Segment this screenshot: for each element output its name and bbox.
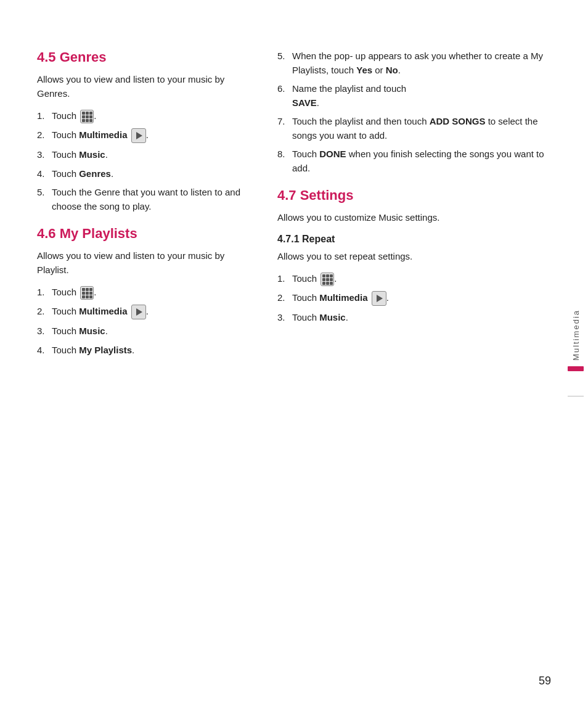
settings-step-2: 2. Touch Multimedia . bbox=[277, 291, 563, 306]
section-settings: 4.7 Settings Allows you to customize Mus… bbox=[277, 187, 563, 325]
left-column: 4.5 Genres Allows you to view and listen… bbox=[37, 49, 271, 669]
step-num: 6. bbox=[277, 82, 291, 96]
step-text: Touch Music. bbox=[52, 324, 253, 339]
step-text: Touch My Playlists. bbox=[52, 343, 253, 358]
grid-icon bbox=[321, 273, 334, 286]
section-genres: 4.5 Genres Allows you to view and listen… bbox=[37, 49, 253, 213]
genres-title: 4.5 Genres bbox=[37, 49, 253, 65]
right-continued-steps: 5. When the pop- up appears to ask you w… bbox=[277, 49, 563, 175]
step-text: When the pop- up appears to ask you whet… bbox=[292, 49, 563, 77]
step-num: 2. bbox=[37, 128, 51, 142]
repeat-desc: Allows you to set repeat settings. bbox=[277, 250, 563, 264]
step-text: Touch Genres. bbox=[52, 167, 253, 181]
step-num: 2. bbox=[277, 291, 291, 305]
settings-desc: Allows you to customize Music settings. bbox=[277, 211, 563, 225]
my-playlists-desc: Allows you to view and listen to your mu… bbox=[37, 249, 253, 277]
step-text: Touch DONE when you finish selecting the… bbox=[292, 147, 563, 175]
step-num: 3. bbox=[277, 311, 291, 325]
genres-step-4: 4. Touch Genres. bbox=[37, 167, 253, 181]
dots-grid bbox=[322, 274, 333, 285]
step-num: 1. bbox=[37, 109, 51, 123]
sidebar-accent-bar bbox=[568, 366, 584, 371]
sidebar-multimedia-label: Multimedia bbox=[571, 310, 581, 361]
step-text: Touch . bbox=[52, 109, 253, 123]
page-number: 59 bbox=[539, 675, 551, 688]
step-num: 3. bbox=[37, 148, 51, 162]
step-num: 8. bbox=[277, 147, 291, 162]
sidebar-right: Multimedia bbox=[563, 0, 588, 706]
grid-icon bbox=[80, 286, 94, 300]
play-triangle-icon bbox=[136, 308, 142, 316]
dots-grid bbox=[82, 288, 92, 298]
genres-desc: Allows you to view and listen to your mu… bbox=[37, 73, 253, 101]
media-icon bbox=[131, 305, 146, 319]
step-num: 2. bbox=[37, 305, 51, 319]
step-text: Touch Music. bbox=[292, 311, 563, 325]
right-step-5: 5. When the pop- up appears to ask you w… bbox=[277, 49, 563, 77]
genres-step-5: 5. Touch the Genre that you want to list… bbox=[37, 186, 253, 213]
step-text: Touch Multimedia . bbox=[292, 291, 563, 306]
grid-icon bbox=[80, 110, 94, 123]
step-num: 5. bbox=[277, 49, 291, 64]
settings-step-3: 3. Touch Music. bbox=[277, 311, 563, 325]
step-num: 4. bbox=[37, 343, 51, 358]
step-num: 5. bbox=[37, 186, 51, 200]
step-text: Touch Music. bbox=[52, 148, 253, 162]
section-my-playlists: 4.6 My Playlists Allows you to view and … bbox=[37, 226, 253, 357]
main-content: 4.5 Genres Allows you to view and listen… bbox=[0, 0, 588, 706]
step-num: 3. bbox=[37, 324, 51, 339]
step-text: Touch . bbox=[52, 285, 253, 300]
playlists-step-3: 3. Touch Music. bbox=[37, 324, 253, 339]
playlists-step-1: 1. Touch . bbox=[37, 285, 253, 300]
right-step-7: 7. Touch the playlist and then touch ADD… bbox=[277, 115, 563, 142]
step-text: Touch Multimedia . bbox=[52, 128, 253, 143]
right-step-6: 6. Name the playlist and touchSAVE. bbox=[277, 82, 563, 110]
genres-step-1: 1. Touch . bbox=[37, 109, 253, 123]
right-step-8: 8. Touch DONE when you finish selecting … bbox=[277, 147, 563, 175]
step-num: 4. bbox=[37, 167, 51, 181]
media-icon bbox=[372, 291, 386, 306]
step-text: Touch the playlist and then touch ADD SO… bbox=[292, 115, 563, 142]
step-text: Touch . bbox=[292, 272, 563, 286]
page-container: 4.5 Genres Allows you to view and listen… bbox=[0, 0, 588, 706]
genres-step-3: 3. Touch Music. bbox=[37, 148, 253, 162]
step-num: 1. bbox=[277, 272, 291, 286]
step-num: 7. bbox=[277, 115, 291, 129]
right-column: 5. When the pop- up appears to ask you w… bbox=[271, 49, 563, 669]
media-icon bbox=[131, 128, 146, 143]
genres-step-2: 2. Touch Multimedia . bbox=[37, 128, 253, 143]
settings-title: 4.7 Settings bbox=[277, 187, 563, 203]
settings-step-1: 1. Touch . bbox=[277, 272, 563, 286]
step-text: Touch the Genre that you want to listen … bbox=[52, 186, 253, 213]
subsection-repeat-title: 4.7.1 Repeat bbox=[277, 234, 563, 245]
step-num: 1. bbox=[37, 285, 51, 300]
playlists-step-2: 2. Touch Multimedia . bbox=[37, 305, 253, 319]
step-text: Name the playlist and touchSAVE. bbox=[292, 82, 563, 110]
play-triangle-icon bbox=[377, 295, 383, 302]
playlists-step-4: 4. Touch My Playlists. bbox=[37, 343, 253, 358]
dots-grid bbox=[82, 112, 92, 122]
step-text: Touch Multimedia . bbox=[52, 305, 253, 319]
my-playlists-title: 4.6 My Playlists bbox=[37, 226, 253, 242]
play-triangle-icon bbox=[136, 132, 142, 139]
